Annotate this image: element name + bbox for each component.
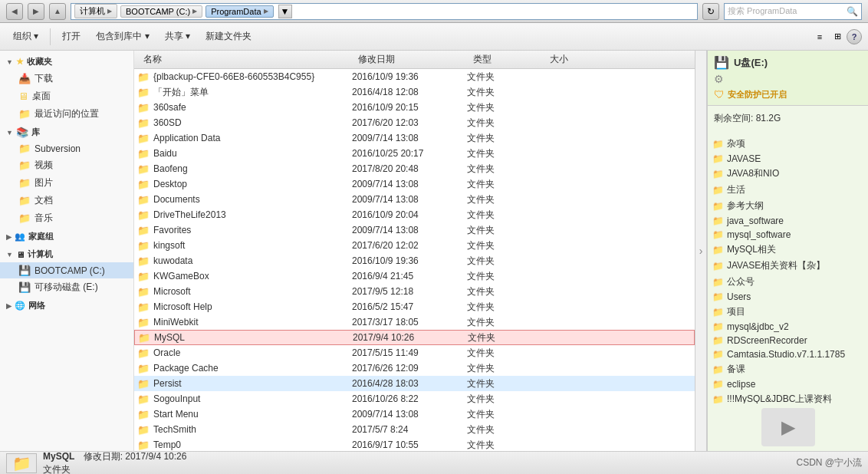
tree-item[interactable]: 📁备课 [708,361,868,377]
sidebar-item-music[interactable]: 📁 音乐 [0,209,133,227]
search-icon[interactable]: 🔍 [847,6,858,17]
gear-icon[interactable]: ⚙ [714,73,724,85]
table-row[interactable]: 📁 {plbackup-CFE0-66E8-660553B4C955} 2016… [134,69,695,84]
sidebar-item-subversion[interactable]: 📁 Subversion [0,140,133,156]
folder-icon: 📁 [137,133,150,144]
forward-button[interactable]: ▶ [28,3,44,20]
tree-item[interactable]: 📁参考大纲 [708,198,868,214]
file-type: 文件夹 [467,270,544,283]
table-row[interactable]: 📁 360safe 2016/10/9 20:15 文件夹 [134,100,695,115]
sidebar-favorites-header[interactable]: ▼ ★ 收藏夹 [0,54,133,70]
tree-item-label: java_software [727,216,784,226]
sidebar-item-desktop[interactable]: 🖥 桌面 [0,87,133,105]
sidebar-item-video[interactable]: 📁 视频 [0,156,133,174]
table-row[interactable]: 📁 Desktop 2009/7/14 13:08 文件夹 [134,176,695,192]
file-type: 文件夹 [467,224,544,237]
table-row[interactable]: 📁 Persist 2016/4/28 18:03 文件夹 [134,376,695,391]
new-folder-button[interactable]: 新建文件夹 [199,26,258,48]
table-row[interactable]: 📁 DriveTheLife2013 2016/10/9 20:04 文件夹 [134,207,695,222]
back-button[interactable]: ◀ [6,3,23,20]
tree-item[interactable]: 📁!!!MySQL&JDBC上课资料 [708,391,868,403]
share-button[interactable]: 共享 ▾ [158,26,197,48]
tree-item[interactable]: 📁mysql&jdbc_v2 [708,320,868,334]
table-row[interactable]: 📁 TechSmith 2017/5/7 8:24 文件夹 [134,422,695,437]
tree-item[interactable]: 📁JAVASE相关资料【杂】 [708,258,868,274]
folder-icon: 📁 [137,317,150,328]
organize-button[interactable]: 组织 ▾ [6,26,45,48]
sidebar-homegroup-header[interactable]: ▶ 👥 家庭组 [0,229,133,245]
file-name: Oracle [153,347,180,358]
up-button[interactable]: ▲ [49,3,66,20]
table-row[interactable]: 📁 Oracle 2017/5/15 11:49 文件夹 [134,345,695,360]
tree-item[interactable]: 📁mysql_software [708,228,868,242]
col-header-size[interactable]: 大小 [544,53,605,66]
view-list-button[interactable]: ≡ [811,28,828,45]
tree-item[interactable]: 📁MySQL相关 [708,242,868,258]
tree-item[interactable]: 📁生活 [708,182,868,198]
tree-item[interactable]: 📁RDScreenRecorder [708,334,868,347]
address-dropdown[interactable]: ▼ [278,5,292,18]
sidebar-computer-header[interactable]: ▼ 🖥 计算机 [0,246,133,262]
title-bar: ◀ ▶ ▲ 计算机 ▶ BOOTCAMP (C:) ▶ ProgramData … [0,0,868,23]
table-row[interactable]: 📁 Application Data 2009/7/14 13:08 文件夹 [134,130,695,146]
sidebar-library-header[interactable]: ▼ 📚 库 [0,124,133,140]
tree-item[interactable]: 📁Camtasia.Studio.v7.1.1.1785 [708,347,868,361]
table-row[interactable]: 📁 MySQL 2017/9/4 10:26 文件夹 [134,330,695,345]
include-button[interactable]: 包含到库中 ▾ [89,26,156,48]
file-date: 2017/5/15 11:49 [352,347,467,358]
sidebar-section-favorites: ▼ ★ 收藏夹 📥 下载 🖥 桌面 📁 最近访问的位置 [0,54,133,123]
open-button[interactable]: 打开 [55,26,87,48]
table-row[interactable]: 📁 Temp0 2016/9/17 10:55 文件夹 [134,437,695,451]
table-row[interactable]: 📁 Microsoft 2017/9/5 12:18 文件夹 [134,284,695,299]
tree-folder-icon: 📁 [712,245,724,255]
col-header-type[interactable]: 类型 [467,53,544,66]
view-icons: ≡ ⊞ ? [811,28,862,45]
tree-item[interactable]: 📁JAVA8和NIO [708,166,868,182]
tree-item[interactable]: 📁杂项 [708,136,868,152]
table-row[interactable]: 📁 SogouInput 2016/10/26 8:22 文件夹 [134,391,695,407]
sidebar-item-recent[interactable]: 📁 最近访问的位置 [0,105,133,123]
address-part-computer[interactable]: 计算机 ▶ [74,4,117,18]
sidebar-item-documents[interactable]: 📁 文档 [0,192,133,209]
view-grid-button[interactable]: ⊞ [829,28,846,45]
tree-item[interactable]: 📁JAVASE [708,152,868,166]
col-header-name[interactable]: 名称 [137,53,352,66]
panel-separator[interactable]: › [695,51,707,451]
table-row[interactable]: 📁 Package Cache 2017/6/26 12:09 文件夹 [134,360,695,376]
sidebar-item-download[interactable]: 📥 下载 [0,70,133,87]
table-row[interactable]: 📁 Baidu 2016/10/25 20:17 文件夹 [134,146,695,161]
tree-item[interactable]: 📁eclipse [708,377,868,391]
file-type: 文件夹 [467,193,544,206]
address-part-bootcamp[interactable]: BOOTCAMP (C:) ▶ [120,5,202,18]
table-row[interactable]: 📁 Documents 2009/7/14 13:08 文件夹 [134,192,695,207]
table-row[interactable]: 📁 Baofeng 2017/8/20 20:48 文件夹 [134,161,695,176]
table-row[interactable]: 📁 KWGameBox 2016/9/4 21:45 文件夹 [134,268,695,284]
sidebar-item-pictures[interactable]: 📁 图片 [0,174,133,192]
tree-item[interactable]: 📁公众号 [708,274,868,290]
sidebar-item-bootcamp[interactable]: 💾 BOOTCAMP (C:) [0,262,133,278]
col-header-date[interactable]: 修改日期 [352,53,467,66]
tree-item[interactable]: 📁java_software [708,214,868,228]
table-row[interactable]: 📁 MiniWebkit 2017/3/17 18:05 文件夹 [134,314,695,330]
sidebar-item-removable[interactable]: 💾 可移动磁盘 (E:) [0,278,133,296]
sidebar-network-header[interactable]: ▶ 🌐 网络 [0,298,133,314]
table-row[interactable]: 📁 360SD 2017/6/20 12:03 文件夹 [134,115,695,130]
table-row[interactable]: 📁 kuwodata 2016/10/9 19:36 文件夹 [134,253,695,268]
help-button[interactable]: ? [847,29,862,44]
tree-item[interactable]: 📁Users [708,290,868,304]
tree-item[interactable]: 📁项目 [708,304,868,320]
address-part-programdata[interactable]: ProgramData ▶ [205,5,273,18]
tree-folder-icon: 📁 [712,364,724,375]
search-bar[interactable]: 搜索 ProgramData 🔍 [724,3,862,20]
video-thumbnail[interactable]: ▶ [761,408,815,446]
table-row[interactable]: 📁 「开始」菜单 2016/4/18 12:08 文件夹 [134,84,695,100]
table-row[interactable]: 📁 kingsoft 2017/6/20 12:02 文件夹 [134,238,695,253]
table-row[interactable]: 📁 Favorites 2009/7/14 13:08 文件夹 [134,222,695,238]
refresh-button[interactable]: ↻ [702,3,719,20]
address-bar[interactable]: 计算机 ▶ BOOTCAMP (C:) ▶ ProgramData ▶ ▼ [71,3,698,20]
sidebar-section-library: ▼ 📚 库 📁 Subversion 📁 视频 📁 图片 📁 文档 📁 [0,124,133,227]
file-type: 文件夹 [468,331,544,344]
table-row[interactable]: 📁 Start Menu 2009/7/14 13:08 文件夹 [134,407,695,422]
file-name: DriveTheLife2013 [153,209,226,220]
table-row[interactable]: 📁 Microsoft Help 2016/5/2 15:47 文件夹 [134,299,695,314]
